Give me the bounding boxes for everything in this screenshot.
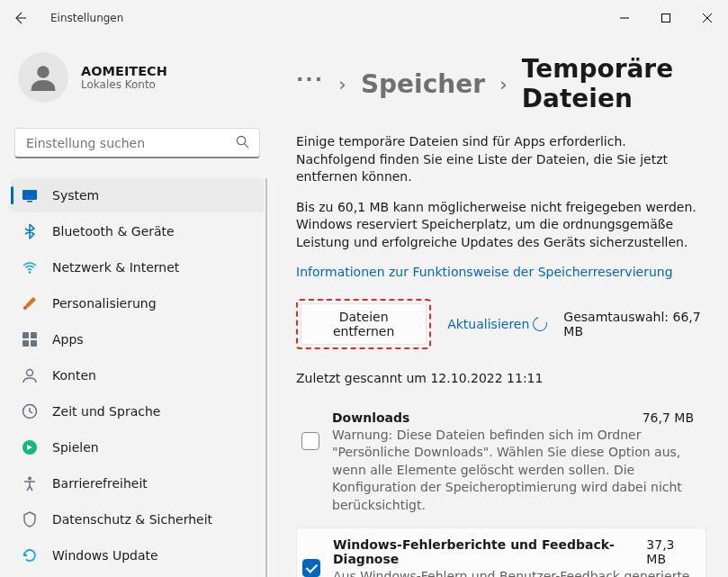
breadcrumb-current: Temporäre Dateien (522, 54, 706, 113)
sidebar-item-gaming[interactable]: Spielen (11, 430, 264, 464)
user-section[interactable]: AOMEITECH Lokales Konto (11, 52, 264, 128)
svg-point-5 (237, 136, 245, 144)
refresh-icon (530, 314, 550, 334)
file-size: 76,7 MB (643, 410, 694, 425)
intro-paragraph-1: Einige temporäre Dateien sind für Apps e… (296, 133, 706, 186)
svg-rect-8 (27, 201, 32, 203)
apps-icon (22, 331, 38, 347)
shield-icon (22, 511, 38, 527)
svg-line-6 (245, 144, 248, 148)
svg-rect-14 (31, 340, 37, 347)
storage-reservation-link[interactable]: Informationen zur Funktionsweise der Spe… (296, 265, 706, 279)
system-icon (22, 187, 38, 203)
sidebar-item-label: Windows Update (52, 548, 158, 563)
svg-point-9 (29, 271, 31, 274)
accessibility-icon (22, 475, 38, 491)
wifi-icon (22, 259, 38, 275)
brush-icon (22, 295, 38, 311)
svg-point-4 (37, 66, 49, 78)
bluetooth-icon (22, 223, 38, 239)
breadcrumb: ··· › Speicher › Temporäre Dateien (296, 54, 706, 113)
accounts-icon (22, 367, 38, 383)
minimize-button[interactable] (604, 4, 645, 32)
remove-files-button[interactable]: Dateien entfernen (301, 303, 427, 345)
sidebar-item-label: System (52, 188, 99, 203)
svg-point-15 (27, 370, 33, 376)
svg-rect-11 (22, 332, 29, 338)
sidebar-item-label: Apps (52, 332, 84, 347)
file-item-error-reports[interactable]: Windows-Fehlerberichte und Feedback-Diag… (296, 527, 706, 577)
file-description: Warnung: Diese Dateien befinden sich im … (332, 427, 694, 515)
refresh-button[interactable]: Aktualisieren (447, 317, 547, 331)
svg-rect-7 (22, 190, 37, 200)
file-title: Downloads (332, 410, 409, 425)
sidebar-item-label: Konten (52, 368, 96, 383)
sidebar-item-time[interactable]: Zeit und Sprache (11, 394, 264, 428)
file-size: 37,3 MB (646, 537, 693, 566)
sidebar: AOMEITECH Lokales Konto System B (0, 36, 274, 577)
intro-paragraph-2: Bis zu 60,1 MB kann möglicherweise nicht… (296, 199, 706, 252)
checkbox[interactable] (302, 559, 320, 577)
sidebar-item-network[interactable]: Netzwerk & Internet (11, 250, 264, 284)
titlebar: Einstellungen (0, 0, 728, 36)
sidebar-item-label: Zeit und Sprache (52, 404, 160, 419)
sidebar-item-personalization[interactable]: Personalisierung (11, 286, 264, 320)
svg-point-18 (28, 477, 31, 481)
close-button[interactable] (687, 4, 728, 32)
action-row: Dateien entfernen Aktualisieren Gesamtau… (296, 279, 706, 358)
svg-rect-12 (31, 332, 37, 338)
sidebar-item-privacy[interactable]: Datenschutz & Sicherheit (11, 502, 264, 536)
highlight-annotation: Dateien entfernen (296, 299, 431, 349)
avatar (18, 52, 68, 103)
maximize-button[interactable] (645, 4, 687, 32)
breadcrumb-parent[interactable]: Speicher (361, 69, 485, 99)
sidebar-item-system[interactable]: System (11, 178, 264, 212)
nav: System Bluetooth & Geräte Netzwerk & Int… (11, 178, 264, 572)
update-icon (22, 547, 38, 563)
sidebar-item-apps[interactable]: Apps (11, 322, 264, 356)
sidebar-item-label: Spielen (52, 440, 99, 455)
sidebar-item-label: Netzwerk & Internet (52, 260, 179, 275)
chevron-right-icon: › (499, 73, 508, 95)
sidebar-item-label: Barrierefreiheit (52, 476, 148, 491)
svg-rect-1 (662, 14, 670, 23)
file-description: Aus Windows-Fehlern und Benutzer-Feedbac… (333, 568, 693, 577)
sidebar-item-accounts[interactable]: Konten (11, 358, 264, 392)
search-box (14, 128, 260, 158)
back-button[interactable] (7, 5, 32, 31)
svg-rect-13 (22, 340, 29, 347)
refresh-label: Aktualisieren (447, 317, 529, 331)
file-title: Windows-Fehlerberichte und Feedback-Diag… (333, 537, 646, 566)
breadcrumb-more[interactable]: ··· (296, 68, 324, 90)
sidebar-item-label: Datenschutz & Sicherheit (52, 512, 212, 527)
checkbox[interactable] (301, 432, 319, 450)
clock-icon (22, 403, 38, 419)
search-input[interactable] (14, 128, 260, 158)
sidebar-item-accessibility[interactable]: Barrierefreiheit (11, 466, 264, 500)
user-role: Lokales Konto (81, 78, 167, 91)
total-selection: Gesamtauswahl: 66,7 MB (563, 310, 706, 338)
sidebar-item-update[interactable]: Windows Update (11, 538, 264, 572)
sidebar-item-bluetooth[interactable]: Bluetooth & Geräte (11, 214, 264, 248)
main: ··· › Speicher › Temporäre Dateien Einig… (274, 36, 728, 577)
user-name: AOMEITECH (81, 64, 167, 78)
last-scan-text: Zuletzt gescannt um 12.10.2022 11:11 (296, 358, 706, 401)
sidebar-item-label: Personalisierung (52, 296, 157, 311)
gaming-icon (22, 439, 38, 455)
search-icon (236, 135, 249, 151)
chevron-right-icon: › (338, 73, 346, 95)
sidebar-scrollbar[interactable] (265, 178, 267, 577)
file-item-downloads[interactable]: Downloads 76,7 MB Warnung: Diese Dateien… (296, 401, 706, 524)
sidebar-item-label: Bluetooth & Geräte (52, 224, 175, 239)
window-title: Einstellungen (50, 12, 123, 24)
svg-point-10 (23, 306, 27, 310)
